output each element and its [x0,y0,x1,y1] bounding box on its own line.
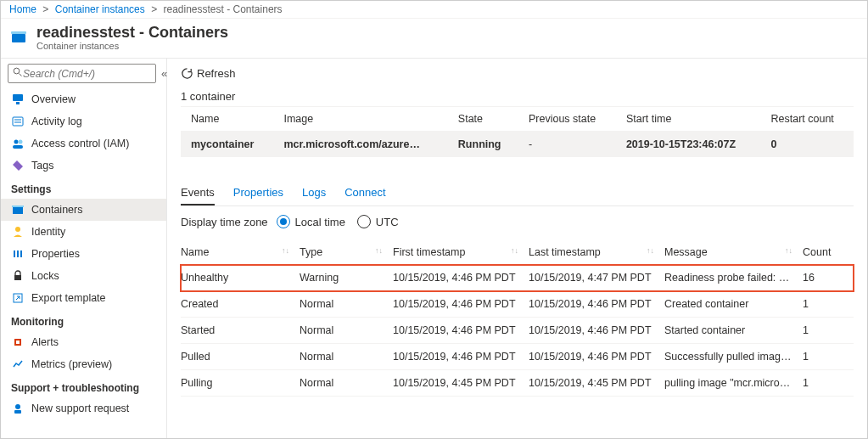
container-row[interactable]: mycontainer mcr.microsoft.com/azure… Run… [181,132,854,158]
sidebar-item-label: Alerts [31,336,59,348]
tab-connect[interactable]: Connect [344,181,385,205]
radio-utc[interactable]: UTC [357,215,399,228]
event-name: Created [181,291,300,318]
event-name: Pulled [181,344,300,370]
col-previous[interactable]: Previous state [518,107,616,132]
event-last: 10/15/2019, 4:46 PM PDT [529,318,664,344]
tab-logs[interactable]: Logs [302,181,326,205]
breadcrumb-parent[interactable]: Container instances [55,3,145,15]
ecol-name[interactable]: Name↑↓ [181,240,300,265]
search-icon [13,67,23,80]
sidebar-item-label: Tags [31,160,53,172]
refresh-icon [181,67,193,80]
events-table: Name↑↓ Type↑↓ First timestamp↑↓ Last tim… [181,240,854,397]
sidebar-item-properties[interactable]: Properties [1,243,166,265]
sidebar-item-new-support-request[interactable]: New support request [1,397,166,419]
event-last: 10/15/2019, 4:45 PM PDT [529,370,664,397]
sidebar-item-label: Access control (IAM) [31,138,129,149]
sidebar-item-activity-log[interactable]: Activity log [1,110,166,132]
sidebar-section: Support + troubleshooting [1,375,166,397]
col-start[interactable]: Start time [616,107,761,132]
event-name: Pulling [181,370,300,397]
event-row[interactable]: StartedNormal10/15/2019, 4:46 PM PDT10/1… [181,318,854,344]
event-last: 10/15/2019, 4:46 PM PDT [529,291,664,318]
detail-tabs: Events Properties Logs Connect [181,181,854,206]
overview-icon [11,93,25,106]
cell-state: Running [448,132,518,158]
svg-point-10 [19,140,23,144]
event-row[interactable]: PullingNormal10/15/2019, 4:45 PM PDT10/1… [181,370,854,397]
radio-icon [357,215,371,228]
sidebar-item-access-control-iam-[interactable]: Access control (IAM) [1,132,166,155]
ecol-count[interactable]: Count [803,240,854,265]
timezone-label: Display time zone [181,216,268,228]
event-row[interactable]: CreatedNormal10/15/2019, 4:46 PM PDT10/1… [181,291,854,318]
search-input[interactable] [23,68,151,80]
event-name: Started [181,318,300,344]
breadcrumb-home[interactable]: Home [9,3,36,15]
sidebar-item-label: New support request [31,402,129,414]
metrics-icon [11,357,25,371]
col-image[interactable]: Image [273,107,447,132]
event-message: Readiness probe failed: cat… [664,265,803,291]
event-row[interactable]: UnhealthyWarning10/15/2019, 4:46 PM PDT1… [181,265,854,291]
col-name[interactable]: Name [181,107,273,132]
cell-name: mycontainer [181,132,273,158]
search-box[interactable] [8,64,156,83]
cell-start: 2019-10-15T23:46:07Z [616,132,761,158]
ecol-message[interactable]: Message↑↓ [664,240,803,265]
sidebar-item-export-template[interactable]: Export template [1,287,166,309]
svg-rect-11 [13,145,23,149]
event-count: 1 [803,318,854,344]
iam-icon [11,137,25,150]
event-message: pulling image "mcr.micros… [664,370,803,397]
alerts-icon [11,335,25,349]
breadcrumb-sep-1: > [42,3,48,15]
svg-point-9 [14,140,19,144]
event-row[interactable]: PulledNormal10/15/2019, 4:46 PM PDT10/15… [181,344,854,370]
col-restart[interactable]: Restart count [760,107,854,132]
sidebar-item-containers[interactable]: Containers [1,199,166,221]
event-message: Created container [664,291,803,318]
refresh-button[interactable]: Refresh [181,67,236,80]
container-count: 1 container [181,90,854,103]
sidebar-item-locks[interactable]: Locks [1,265,166,287]
sidebar-item-overview[interactable]: Overview [1,88,166,110]
svg-point-22 [15,404,20,409]
col-state[interactable]: State [448,107,518,132]
locks-icon [11,269,25,283]
page-title: readinesstest - Containers [36,24,228,42]
tab-properties[interactable]: Properties [233,181,283,205]
sidebar-item-label: Locks [31,270,59,282]
event-first: 10/15/2019, 4:46 PM PDT [393,291,529,318]
radio-local-time[interactable]: Local time [277,215,345,228]
ecol-last[interactable]: Last timestamp↑↓ [529,240,664,265]
sidebar-item-metrics-preview-[interactable]: Metrics (preview) [1,353,166,375]
tab-events[interactable]: Events [181,181,215,205]
svg-rect-23 [14,410,21,414]
event-count: 16 [803,265,854,291]
ecol-type[interactable]: Type↑↓ [300,240,393,265]
identity-icon [11,225,25,239]
event-last: 10/15/2019, 4:47 PM PDT [529,265,664,291]
page-subtitle: Container instances [36,41,228,51]
event-first: 10/15/2019, 4:46 PM PDT [393,344,529,370]
svg-rect-4 [13,94,23,101]
sidebar-item-alerts[interactable]: Alerts [1,331,166,353]
event-first: 10/15/2019, 4:46 PM PDT [393,265,529,291]
event-name: Unhealthy [181,265,300,291]
sidebar-item-label: Export template [31,292,106,304]
event-type: Warning [300,265,393,291]
svg-rect-18 [14,275,21,280]
sidebar-item-label: Metrics (preview) [31,358,112,370]
svg-rect-5 [16,102,20,104]
sidebar-item-identity[interactable]: Identity [1,221,166,243]
ecol-first[interactable]: First timestamp↑↓ [393,240,529,265]
event-type: Normal [300,370,393,397]
sidebar-item-tags[interactable]: Tags [1,155,166,177]
refresh-label: Refresh [197,67,236,80]
sidebar-item-label: Properties [31,248,80,260]
svg-rect-6 [13,117,23,126]
svg-rect-12 [13,207,23,214]
activity-icon [11,115,25,128]
